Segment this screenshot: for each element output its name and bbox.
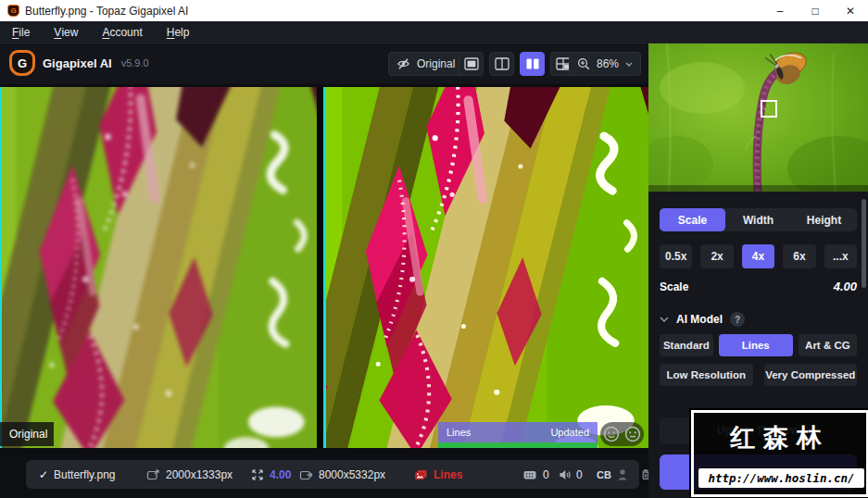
app-icon: G: [7, 5, 19, 17]
resize-mode-tabs: Scale Width Height: [660, 208, 857, 231]
original-toggle-label: Original: [417, 57, 455, 70]
model-standard-button[interactable]: Standard: [660, 334, 713, 356]
panel-scrollbar-thumb[interactable]: [862, 199, 866, 288]
noise-suppression-icon: [522, 468, 537, 481]
check-icon: ✓: [39, 468, 48, 481]
tab-width[interactable]: Width: [725, 208, 791, 231]
chevron-down-icon: [660, 317, 669, 322]
preset-6x-button[interactable]: 6x: [783, 244, 815, 268]
view-mode-group: [459, 52, 575, 76]
close-button[interactable]: ✕: [833, 0, 868, 21]
ai-model-title: AI Model: [676, 313, 723, 326]
eye-off-icon: [396, 57, 410, 70]
status-model-badge: Lines: [434, 468, 462, 481]
ai-model-header[interactable]: AI Model ?: [660, 312, 857, 327]
brand: G Gigapixel AI v5.9.0: [9, 50, 149, 76]
face-recovery-item[interactable]: [615, 460, 630, 489]
output-image-icon: [299, 468, 313, 481]
app-name: Gigapixel AI: [43, 56, 112, 70]
model-badge-icon: [413, 468, 428, 481]
chevron-down-icon: [625, 62, 633, 67]
processed-image-pane[interactable]: [326, 87, 648, 448]
window-title: Butterfly.png - Topaz Gigapixel AI: [25, 5, 188, 18]
person-icon: [615, 467, 630, 481]
watermark-title: 红森林: [694, 421, 866, 454]
neutral-face-button[interactable]: [623, 425, 642, 443]
view-single-button[interactable]: [459, 52, 484, 76]
processed-pane-label-bar: Lines Updated: [438, 422, 598, 442]
model-row-2: Low Resolution Very Compressed: [660, 364, 857, 386]
status-cb-label: CB: [597, 469, 611, 480]
cb-status-item: CB: [597, 460, 611, 489]
menu-view[interactable]: View: [42, 21, 90, 43]
app-version: v5.9.0: [121, 57, 149, 68]
menu-bar: File View Account Help: [0, 21, 868, 44]
updated-status-label: Updated: [550, 427, 589, 438]
feedback-group: [600, 422, 644, 446]
status-scale-value: 4.00: [270, 468, 291, 481]
file-status-item: ✓ Butterfly.png: [39, 460, 116, 489]
original-image-pane[interactable]: [2, 87, 317, 448]
blur-reduction-icon: [558, 468, 571, 481]
zoom-control[interactable]: 86%: [569, 52, 641, 76]
menu-account[interactable]: Account: [90, 21, 154, 43]
toolbar: G Gigapixel AI v5.9.0 Original: [0, 44, 648, 84]
watermark-overlay: 红森林 http://www.hoslin.cn/: [691, 410, 868, 497]
pane-divider[interactable]: [317, 87, 326, 448]
status-output-size: 8000x5332px: [319, 468, 385, 481]
original-toggle-button[interactable]: Original: [388, 52, 467, 76]
view-side-by-side-button[interactable]: [520, 52, 545, 76]
view-split-button[interactable]: [489, 52, 514, 76]
preset-4x-button[interactable]: 4x: [742, 244, 774, 268]
navigator-thumbnail[interactable]: [648, 44, 868, 192]
scale-readout-row: Scale 4.00: [660, 280, 857, 293]
compare-canvas: Original Lines Updated: [0, 84, 648, 448]
minimize-button[interactable]: –: [762, 0, 798, 21]
help-icon[interactable]: ?: [730, 312, 745, 327]
status-filename: Butterfly.png: [54, 468, 115, 481]
model-low-resolution-button[interactable]: Low Resolution: [660, 364, 753, 386]
model-art-cg-button[interactable]: Art & CG: [799, 334, 857, 356]
output-size-item: 8000x5332px: [299, 460, 385, 489]
menu-help[interactable]: Help: [155, 21, 202, 43]
happy-face-button[interactable]: [602, 425, 621, 443]
gigapixel-window: G Butterfly.png - Topaz Gigapixel AI – □…: [0, 0, 868, 498]
expand-icon: [251, 468, 264, 481]
model-row-1: Standard Lines Art & CG: [660, 334, 857, 356]
model-lines-button[interactable]: Lines: [719, 334, 793, 356]
input-image-icon: [146, 468, 160, 481]
status-blur-value: 0: [576, 468, 583, 481]
tab-height[interactable]: Height: [791, 208, 857, 231]
maximize-button[interactable]: □: [798, 0, 833, 21]
original-pane-label: Original: [0, 422, 54, 446]
zoom-level: 86%: [597, 57, 619, 70]
tab-scale[interactable]: Scale: [660, 208, 725, 231]
scale-preset-group: 0.5x 2x 4x 6x ...x: [660, 244, 857, 268]
scale-label: Scale: [660, 280, 688, 293]
menu-file[interactable]: File: [0, 21, 42, 43]
blur-status-item: 0: [558, 460, 583, 489]
model-name-label: Lines: [447, 427, 471, 438]
preset-custom-button[interactable]: ...x: [824, 244, 857, 268]
preview-progress-bar: [438, 442, 598, 448]
watermark-url: http://www.hoslin.cn/: [698, 468, 864, 488]
status-area: ✓ Butterfly.png 2000x1333px 4.00: [0, 454, 648, 498]
model-very-compressed-button[interactable]: Very Compressed: [764, 364, 858, 386]
preset-2x-button[interactable]: 2x: [700, 244, 733, 268]
gigapixel-logo-icon: G: [9, 50, 35, 76]
noise-status-item: 0: [522, 460, 549, 489]
scale-value[interactable]: 4.00: [834, 280, 857, 293]
preset-0-5x-button[interactable]: 0.5x: [660, 244, 692, 268]
model-status-item: Lines: [413, 460, 462, 489]
canvas-bottom-strip: [0, 448, 648, 454]
zoom-in-icon: [577, 57, 590, 70]
status-noise-value: 0: [543, 468, 549, 481]
status-bar: ✓ Butterfly.png 2000x1333px 4.00: [26, 460, 639, 489]
scale-status-item: 4.00: [251, 460, 291, 489]
input-size-item: 2000x1333px: [146, 460, 233, 489]
status-input-size: 2000x1333px: [166, 468, 233, 481]
title-bar: G Butterfly.png - Topaz Gigapixel AI – □…: [0, 0, 868, 21]
